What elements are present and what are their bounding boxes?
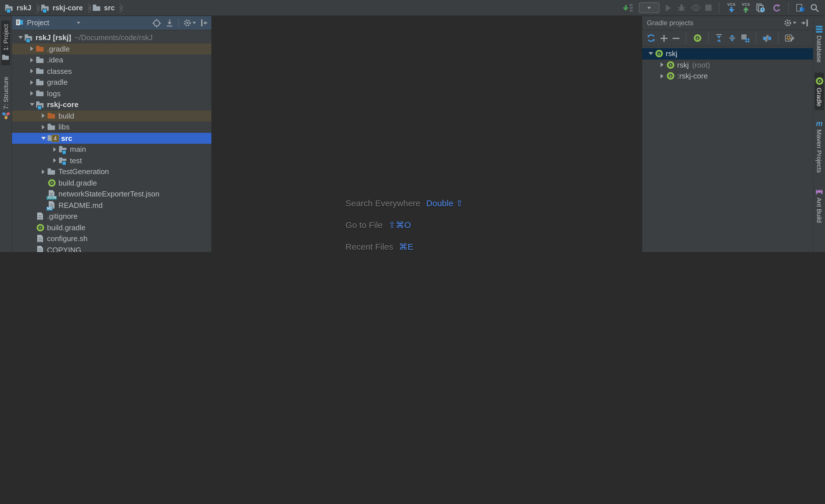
gradle-toolwindow: Gradle projects <box>642 16 813 252</box>
gear-icon[interactable] <box>784 19 796 27</box>
toolwindow-button-ant[interactable]: Ant Build <box>815 184 823 226</box>
tree-label: build.gradle <box>59 179 97 187</box>
chevron-collapsed-icon[interactable] <box>40 122 47 133</box>
tree-label: .gitignore <box>47 212 78 221</box>
gradle-row-rskj-root[interactable]: rskj (root) <box>642 59 813 70</box>
tree-label: .idea <box>47 56 63 65</box>
search-icon[interactable] <box>810 3 819 12</box>
run-configurations-icon[interactable] <box>741 34 749 42</box>
detach-project-icon[interactable] <box>673 35 679 41</box>
gradle-project-icon <box>666 61 675 70</box>
debug-icon <box>677 3 686 12</box>
tree-row-testgeneration[interactable]: TestGeneration <box>12 166 211 177</box>
breadcrumb-item-rskj-core[interactable]: rskj-core <box>41 3 83 12</box>
chevron-expanded-icon[interactable] <box>28 99 35 110</box>
panel-title: Gradle projects <box>647 19 693 27</box>
vcs-commit-icon[interactable]: VCS <box>742 3 750 13</box>
no-chevron <box>28 233 35 244</box>
breadcrumb: rskJ rskj-core src <box>5 3 122 12</box>
chevron-collapsed-icon[interactable] <box>28 77 35 88</box>
tree-label: libs <box>59 123 70 132</box>
chevron-collapsed-icon[interactable] <box>28 88 35 99</box>
tree-row-idea[interactable]: .idea <box>12 55 211 66</box>
binary-digits: 011001 <box>630 3 633 12</box>
tree-row-test[interactable]: test <box>12 155 211 166</box>
chevron-collapsed-icon[interactable] <box>40 166 47 177</box>
tree-row-networkstateexportertest[interactable]: JSON networkStateExporterTest.json <box>12 188 211 199</box>
toolbar-separator <box>788 3 789 13</box>
chevron-collapsed-icon[interactable] <box>40 110 47 121</box>
project-view-icon <box>15 18 23 27</box>
toolwindow-button-project[interactable]: 1: Project <box>1 21 10 66</box>
attach-project-icon[interactable] <box>661 35 667 41</box>
chevron-collapsed-icon[interactable] <box>658 71 666 82</box>
tree-label: test <box>70 156 82 165</box>
tree-label: :rskj-core <box>677 72 708 80</box>
vcs-update-icon[interactable]: VCS <box>727 3 736 13</box>
gradle-row-rskj[interactable]: rskj <box>642 48 813 59</box>
hide-panel-icon[interactable] <box>801 19 808 27</box>
chevron-collapsed-icon[interactable] <box>51 144 59 155</box>
refresh-gradle-icon[interactable] <box>647 34 656 43</box>
breadcrumb-item-src[interactable]: src <box>92 3 115 12</box>
chevron-expanded-icon[interactable] <box>17 32 24 43</box>
project-structure-icon[interactable] <box>796 4 804 11</box>
chevron-collapsed-icon[interactable] <box>28 44 35 55</box>
breadcrumb-item-rskj[interactable]: rskJ <box>5 3 31 12</box>
text-file-icon <box>35 245 45 252</box>
right-tool-stripe: Database Gradle m Maven Projects Ant Bui… <box>813 16 825 252</box>
tree-row-readme-core[interactable]: MD README.md <box>12 199 211 211</box>
tree-row-root[interactable]: rskJ [rskj] ~/Documents/code/rskJ <box>12 32 211 43</box>
tree-row-main[interactable]: main <box>12 144 211 155</box>
toolwindow-button-gradle[interactable]: Gradle <box>815 73 824 110</box>
tree-row-configure-sh[interactable]: configure.sh <box>12 233 211 244</box>
locate-icon[interactable] <box>152 19 161 27</box>
chevron-collapsed-icon[interactable] <box>51 155 59 166</box>
tree-row-build-gradle-core[interactable]: build.gradle <box>12 177 211 188</box>
gradle-settings-icon[interactable] <box>785 34 794 43</box>
run-gradle-task-icon[interactable] <box>693 33 702 43</box>
run-configuration-dropdown[interactable] <box>639 2 660 13</box>
excluded-folder-icon <box>35 45 45 54</box>
toolwindow-button-structure[interactable]: 7: Structure <box>1 74 10 123</box>
view-dropdown-icon[interactable] <box>77 22 80 24</box>
toolwindow-button-maven[interactable]: m Maven Projects <box>816 117 823 176</box>
tree-row-logs[interactable]: logs <box>12 88 211 99</box>
tree-row-copying[interactable]: COPYING <box>12 244 211 252</box>
chevron-expanded-icon[interactable] <box>40 133 47 144</box>
expand-all-icon[interactable] <box>715 34 723 43</box>
test-folder-icon <box>59 156 68 165</box>
recent-changes-icon[interactable] <box>756 3 765 12</box>
tree-row-classes[interactable]: classes <box>12 66 211 77</box>
chevron-expanded-icon[interactable] <box>647 49 654 59</box>
tree-label: rskJ [rskj] <box>35 33 71 42</box>
no-chevron <box>40 189 47 199</box>
tree-row-libs[interactable]: libs <box>12 121 211 133</box>
toolwindow-button-database[interactable]: Database <box>815 22 823 66</box>
collapse-all-icon[interactable] <box>166 19 173 27</box>
tree-sublabel: (root) <box>692 61 710 69</box>
tree-label: logs <box>47 89 61 98</box>
toggle-offline-icon[interactable] <box>762 34 772 42</box>
toolbar-separator <box>778 33 778 43</box>
chevron-collapsed-icon[interactable] <box>28 55 35 66</box>
tree-row-build[interactable]: build <box>12 110 211 121</box>
rollback-icon[interactable] <box>772 3 781 12</box>
collapse-all-icon[interactable] <box>728 34 736 43</box>
update-project-icon[interactable]: 011001 <box>623 3 633 12</box>
folder-icon <box>47 122 56 132</box>
editor-area[interactable]: Search EverywhereDouble ⇧ Go to File⇧⌘O … <box>212 16 642 252</box>
panel-title: Project <box>27 19 49 27</box>
tree-row-rskj-core[interactable]: rskj-core <box>12 99 211 110</box>
gradle-row-rskj-core[interactable]: :rskj-core <box>642 70 813 82</box>
tree-row-gradle[interactable]: gradle <box>12 77 211 88</box>
tree-row-gitignore[interactable]: .gitignore <box>12 211 211 222</box>
tree-row-build-gradle[interactable]: build.gradle <box>12 222 211 233</box>
hide-panel-icon[interactable] <box>201 19 208 27</box>
chevron-collapsed-icon[interactable] <box>28 66 35 77</box>
tree-row-src-selected[interactable]: 4 src <box>12 133 211 144</box>
module-folder-icon <box>24 33 33 43</box>
chevron-collapsed-icon[interactable] <box>658 60 666 70</box>
tree-row-gradle-dir[interactable]: .gradle <box>12 43 211 55</box>
gear-icon[interactable] <box>183 19 196 27</box>
